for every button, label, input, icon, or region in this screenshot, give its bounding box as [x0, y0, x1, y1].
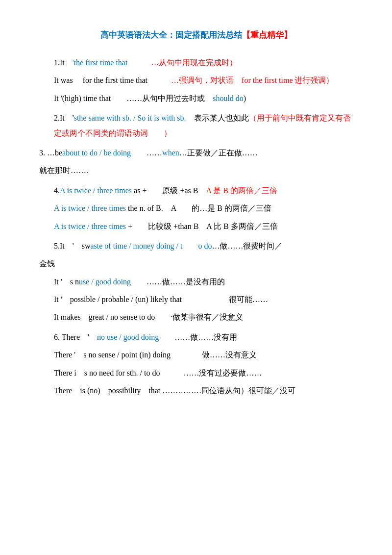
- text-5-1b: aste of time / money doing / t o do: [90, 242, 212, 250]
- line-5-1: 5.It ' swaste of time / money doing / t …: [39, 239, 353, 253]
- text-5-2b: use / good doing: [79, 278, 131, 286]
- line-3-2: 就在那时…….: [39, 163, 353, 178]
- line-6-3: There i s no need for sth. / to do ……没有过…: [39, 366, 353, 380]
- text-5-2a: It ' s n: [54, 278, 79, 286]
- text-4-2b: the n. of B. A 的…是 B 的两倍／三倍: [126, 204, 271, 212]
- text-3-1e: …正要做／正在做……: [179, 149, 258, 157]
- section-2: 2.It 'sthe same with sb. / So it is with…: [39, 111, 353, 141]
- text-1-3c: ): [244, 94, 246, 102]
- section-3: 3. …beabout to do / be doing ……when…正要做／…: [39, 146, 353, 178]
- text-4-3a: A is twice / three times: [54, 222, 126, 230]
- text-5-1a: 5.It ' sw: [54, 242, 90, 250]
- text-4-1a: 4.: [54, 186, 60, 195]
- text-2-1c: 表示某人也如此: [186, 114, 249, 122]
- text-1-1c: …从句中用现在完成时）: [151, 58, 237, 67]
- text-1-1b: 'the first time that: [73, 58, 151, 67]
- page-title: 高中英语语法大全：固定搭配用法总结【重点精华】: [39, 29, 353, 41]
- text-4-1c: as + 原级 +as B: [132, 186, 206, 195]
- text-6-3a: There i s no need for sth. / to do ……没有过…: [54, 369, 262, 377]
- page-container: 高中英语语法大全：固定搭配用法总结【重点精华】 1.It 'the first …: [39, 29, 353, 398]
- text-6-4a: There is (no) possibility that ……………同位语从…: [54, 386, 295, 395]
- line-2-1: 2.It 'sthe same with sb. / So it is with…: [39, 111, 353, 141]
- line-6-2: There ' s no sense / point (in) doing 做……: [39, 348, 353, 362]
- line-1-3: It '(high) time that ……从句中用过去时或 should d…: [39, 91, 353, 106]
- line-5-1b: 金钱: [39, 256, 353, 271]
- line-4-1: 4.A is twice / three times as + 原级 +as B…: [39, 183, 353, 198]
- text-5-1d: 金钱: [39, 259, 55, 268]
- section-1: 1.It 'the first time that …从句中用现在完成时） It…: [39, 55, 353, 106]
- text-5-4a: It makes great / no sense to do ·做某事很有／没…: [54, 313, 243, 321]
- section-5: 5.It ' swaste of time / money doing / t …: [39, 239, 353, 325]
- text-6-1b: no use / good doing: [97, 333, 159, 341]
- title-highlight: 【重点精华】: [242, 30, 292, 40]
- line-3-1: 3. …beabout to do / be doing ……when…正要做／…: [39, 146, 353, 160]
- line-5-4: It makes great / no sense to do ·做某事很有／没…: [39, 310, 353, 325]
- line-6-4: There is (no) possibility that ……………同位语从…: [39, 383, 353, 398]
- text-1-2b: …强调句，对状语 for the first time 进行强调）: [171, 76, 334, 84]
- text-4-2a: A is twice / three times: [54, 204, 126, 212]
- text-1-3b: should do: [213, 94, 244, 102]
- section-4: 4.A is twice / three times as + 原级 +as B…: [39, 183, 353, 234]
- text-3-1d: when: [162, 149, 179, 157]
- line-5-3: It ' possible / probable / (un) likely t…: [39, 292, 353, 307]
- text-5-1c: …做……很费时间／: [212, 242, 282, 250]
- text-2-1b: sthe same with sb. / So it is with sb.: [74, 114, 186, 122]
- text-4-3b: + 比较级 +than B A 比 B 多两倍／三倍: [126, 222, 278, 230]
- text-2-1a: 2.It ': [54, 114, 74, 122]
- text-5-2c: ……做……是没有用的: [131, 278, 225, 286]
- text-6-1c: ……做……没有用: [159, 333, 237, 341]
- line-4-3: A is twice / three times + 比较级 +than B A…: [39, 219, 353, 234]
- line-1-2: It was for the first time that …强调句，对状语 …: [39, 73, 353, 88]
- text-6-1a: 6. There ': [54, 333, 97, 341]
- line-6-1: 6. There ' no use / good doing ……做……没有用: [39, 330, 353, 345]
- text-4-1d: A 是 B 的两倍／三倍: [206, 186, 277, 195]
- section-6: 6. There ' no use / good doing ……做……没有用 …: [39, 330, 353, 399]
- text-3-1a: 3. …be: [39, 149, 62, 157]
- text-3-1b: about to do / be doing: [62, 149, 131, 157]
- text-1-3a: It '(high) time that ……从句中用过去时或: [54, 94, 213, 102]
- line-4-2: A is twice / three times the n. of B. A …: [39, 201, 353, 216]
- text-1-1a: 1.It: [54, 58, 73, 67]
- text-1-2a: It was for the first time that: [54, 76, 171, 84]
- line-5-2: It ' s nuse / good doing ……做……是没有用的: [39, 275, 353, 289]
- text-6-2a: There ' s no sense / point (in) doing 做……: [54, 351, 257, 359]
- text-4-1b: A is twice / three times: [60, 186, 132, 195]
- title-main: 高中英语语法大全：固定搭配用法总结: [100, 30, 242, 40]
- text-3-1c: ……: [131, 149, 162, 157]
- text-5-3a: It ' possible / probable / (un) likely t…: [54, 295, 268, 303]
- line-1-1: 1.It 'the first time that …从句中用现在完成时）: [39, 55, 353, 70]
- text-3-2a: 就在那时…….: [39, 166, 88, 175]
